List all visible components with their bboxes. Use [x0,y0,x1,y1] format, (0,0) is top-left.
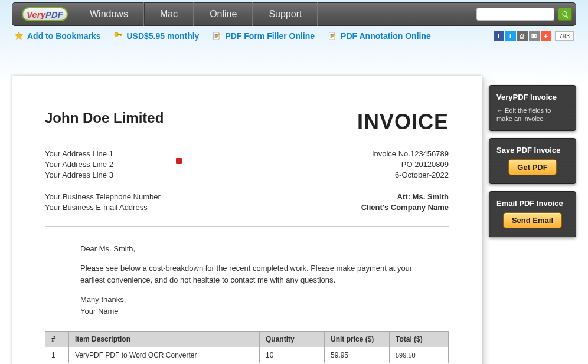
side-panels: VeryPDF Invoice ← Edit the fields to mak… [489,85,576,237]
facebook-icon[interactable]: f [494,31,504,41]
form-icon [212,31,221,41]
col-description: Item Description [69,332,260,347]
annotation-label: PDF Annotation Online [341,31,431,41]
get-pdf-button[interactable]: Get PDF [508,159,556,175]
client-att[interactable]: Att: Ms. Smith [361,192,449,202]
nav-online[interactable]: Online [194,2,253,26]
panel-save-title: Save PDF Invoice [496,146,569,155]
logo[interactable]: VeryPDF [16,7,74,21]
twitter-icon[interactable]: t [505,31,516,41]
sender-contact[interactable]: Your Business Telephone Number Your Busi… [45,192,161,213]
cell-unit[interactable]: 59.95 [325,347,390,363]
add-bookmarks-link[interactable]: Add to Bookmarks [14,31,100,41]
invoice-table: # Item Description Quantity Unit price (… [45,331,449,363]
panel-email: Email PDF Invoice Send Email [489,191,576,237]
nav-windows[interactable]: Windows [74,2,144,26]
sender-address[interactable]: Your Address Line 1 Your Address Line 2 … [45,149,113,181]
cell-desc[interactable]: VeryPDF PDF to Word OCR Converter [69,347,260,363]
star-icon [14,31,24,41]
client-company[interactable]: Client's Company Name [361,202,449,213]
invoice-meta[interactable]: Invoice No.123456789 PO 20120809 6-Octob… [372,149,449,181]
col-unit-price: Unit price ($) [325,332,390,347]
invoice-number[interactable]: Invoice No.123456789 [372,149,449,159]
annotation-link[interactable]: PDF Annotation Online [328,31,431,41]
address-line-2[interactable]: Your Address Line 2 [45,159,113,170]
invoice-date[interactable]: 6-October-2022 [372,170,449,181]
panel-info-title: VeryPDF Invoice [496,93,569,101]
company-name[interactable]: John Doe Limited [45,110,164,126]
top-nav: VeryPDF Windows Mac Online Support [12,2,576,26]
thanks-line[interactable]: Many thanks, [80,295,126,304]
logo-text-2: PDF [45,9,63,19]
price-label: USD$5.95 monthly [126,31,199,41]
address-line-1[interactable]: Your Address Line 1 [45,149,113,159]
divider [45,226,449,227]
po-number[interactable]: PO 20120809 [372,159,449,170]
invoice-document: John Doe Limited INVOICE Your Address Li… [12,76,482,364]
social-share: f t ⎙ ✉ + 793 [494,31,574,41]
nav-support[interactable]: Support [253,2,318,26]
search-button[interactable] [558,8,572,21]
address-line-3[interactable]: Your Address Line 3 [45,170,113,181]
send-email-button[interactable]: Send Email [503,212,562,228]
marker-icon [176,158,182,164]
panel-info-sub: ← Edit the fields to make an invoice [496,106,569,123]
panel-email-title: Email PDF Invoice [496,199,569,208]
greeting[interactable]: Dear Ms. Smith, [80,243,413,255]
body-paragraph[interactable]: Please see below a cost-breakdown for th… [80,263,413,286]
cell-total[interactable]: 599.50 [390,347,449,363]
table-row: 1 VeryPDF PDF to Word OCR Converter 10 5… [45,347,449,363]
share-count: 793 [555,31,574,41]
client-block[interactable]: Att: Ms. Smith Client's Company Name [361,192,449,213]
addthis-icon[interactable]: + [541,31,551,41]
logo-text-1: Very [27,9,45,19]
annotation-icon [328,31,337,41]
bookmarks-label: Add to Bookmarks [27,31,100,41]
signature-line[interactable]: Your Name [80,307,119,316]
business-email[interactable]: Your Business E-mail Address [45,202,161,213]
invoice-body[interactable]: Dear Ms. Smith, Please see below a cost-… [45,243,449,317]
panel-save: Save PDF Invoice Get PDF [489,138,576,184]
sub-bar: Add to Bookmarks USD$5.95 monthly PDF Fo… [0,26,588,46]
price-link[interactable]: USD$5.95 monthly [113,31,199,41]
search-icon [561,11,569,18]
email-icon[interactable]: ✉ [529,31,540,41]
business-phone[interactable]: Your Business Telephone Number [45,192,161,202]
col-total: Total ($) [390,332,449,347]
col-number: # [45,332,69,347]
form-filler-link[interactable]: PDF Form Filler Online [212,31,315,41]
cell-n[interactable]: 1 [45,347,69,363]
panel-info: VeryPDF Invoice ← Edit the fields to mak… [489,85,576,131]
col-quantity: Quantity [260,332,325,347]
svg-rect-2 [120,34,121,36]
search-input[interactable] [476,8,554,21]
key-icon [113,31,123,41]
cell-qty[interactable]: 10 [260,347,325,363]
invoice-title: INVOICE [357,110,449,135]
print-icon[interactable]: ⎙ [517,31,528,41]
form-filler-label: PDF Form Filler Online [225,31,315,41]
nav-mac[interactable]: Mac [144,2,194,26]
